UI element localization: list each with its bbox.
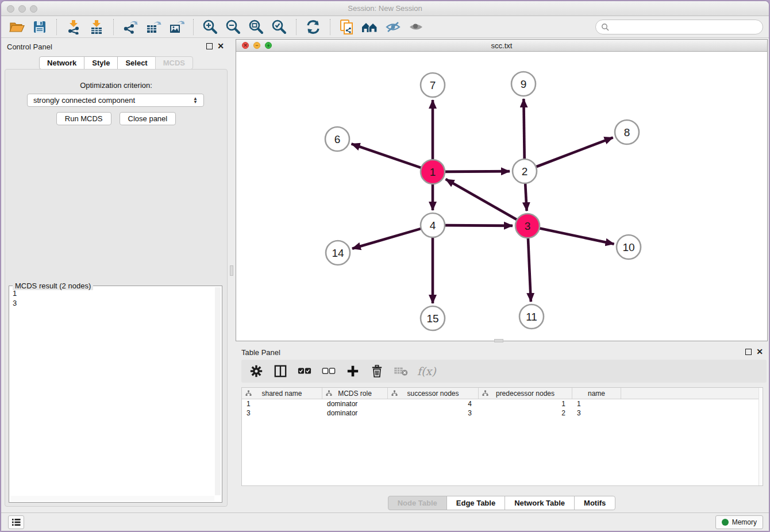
first-neighbors-button[interactable] <box>360 18 380 36</box>
network-canvas[interactable]: 7968124314101511 <box>236 52 767 341</box>
graph-node-label: 3 <box>525 220 531 232</box>
column-header[interactable]: shared name <box>242 388 322 399</box>
table-toolbar: f(x) <box>241 360 767 383</box>
table-cell[interactable]: 1 <box>479 399 572 408</box>
table-cell[interactable]: 2 <box>479 408 572 418</box>
tab-network[interactable]: Network <box>39 56 84 70</box>
table-settings-button[interactable] <box>248 363 264 379</box>
column-header[interactable]: predecessor nodes <box>479 388 572 399</box>
result-horizontal-scrollbar[interactable] <box>10 496 214 501</box>
network-window-titlebar[interactable]: ✕ − ＋ scc.txt <box>236 40 767 52</box>
close-panel-icon[interactable]: ✕ <box>217 41 224 51</box>
save-session-button[interactable] <box>30 18 49 36</box>
search-box[interactable] <box>595 20 763 34</box>
zoom-out-button[interactable] <box>224 18 243 36</box>
add-column-button[interactable] <box>345 363 361 379</box>
duplicate-network-button[interactable] <box>337 18 357 36</box>
graph-edge-4-3[interactable] <box>445 225 513 226</box>
zoom-selected-button[interactable] <box>270 18 289 36</box>
graph-node-label: 7 <box>430 79 436 91</box>
tab-network-table[interactable]: Network Table <box>505 496 575 510</box>
tab-motifs[interactable]: Motifs <box>574 496 615 510</box>
float-table-panel-icon[interactable] <box>745 349 752 355</box>
refresh-layout-button[interactable] <box>303 18 323 36</box>
graph-edge-4-14[interactable] <box>352 229 421 249</box>
gear-icon <box>250 365 263 377</box>
horizontal-splitter-grip[interactable] <box>494 339 503 342</box>
graph-edge-3-10[interactable] <box>540 228 614 244</box>
tab-node-table[interactable]: Node Table <box>388 496 447 510</box>
graph-edge-2-8[interactable] <box>536 137 613 167</box>
tab-style[interactable]: Style <box>84 56 118 70</box>
table-cell[interactable]: 3 <box>572 408 621 418</box>
zoom-fit-button[interactable] <box>247 18 266 36</box>
table-row[interactable]: 1dominator411 <box>242 399 763 408</box>
zoom-in-button[interactable] <box>201 18 220 36</box>
close-table-panel-icon[interactable]: ✕ <box>756 347 763 356</box>
task-history-button[interactable] <box>8 515 24 529</box>
search-input[interactable] <box>612 22 757 31</box>
graph-edge-1-6[interactable] <box>352 144 422 168</box>
hide-selected-button[interactable] <box>383 18 403 36</box>
import-table-button[interactable] <box>87 18 106 36</box>
graph-edge-3-1[interactable] <box>446 179 517 220</box>
mcds-panel: Optimization criterion: strongly connect… <box>5 69 228 507</box>
table-cell[interactable]: dominator <box>322 408 388 418</box>
table-cell[interactable]: 1 <box>572 399 621 408</box>
select-all-rows-button[interactable] <box>297 363 313 379</box>
table-vertical-scrollbar[interactable] <box>759 388 763 485</box>
tab-mcds[interactable]: MCDS <box>155 56 193 70</box>
show-all-button[interactable] <box>406 18 426 36</box>
criterion-dropdown[interactable]: strongly connected component ▲▼ <box>27 94 204 107</box>
export-table-button[interactable] <box>144 18 163 36</box>
graph-node-label: 1 <box>430 166 436 178</box>
toggle-columns-button[interactable] <box>272 363 288 379</box>
table-cell[interactable]: 3 <box>242 408 322 418</box>
graph-node-label: 9 <box>521 78 527 90</box>
open-session-button[interactable] <box>7 18 26 36</box>
graph-edge-2-9[interactable] <box>523 99 524 159</box>
graph-node-label: 4 <box>430 219 436 232</box>
table-cell[interactable]: 1 <box>242 399 322 408</box>
result-vertical-scrollbar[interactable] <box>215 287 221 495</box>
export-image-button[interactable] <box>167 18 186 36</box>
graph-node-label: 14 <box>332 247 344 259</box>
eye-icon <box>408 20 424 34</box>
graph-edge-3-11[interactable] <box>528 238 531 302</box>
vertical-splitter-grip[interactable] <box>230 265 233 276</box>
float-panel-icon[interactable] <box>206 43 213 49</box>
deselect-all-rows-button[interactable] <box>321 363 337 379</box>
delete-table-icon <box>394 366 409 376</box>
graph-node-label: 15 <box>426 313 438 325</box>
mcds-result-lines: 1 3 <box>10 287 214 495</box>
table-panel-title: Table Panel <box>241 348 280 357</box>
export-network-button[interactable] <box>121 18 140 36</box>
function-icon: f(x) <box>417 365 436 377</box>
graph-edge-1-2[interactable] <box>445 171 510 172</box>
graph-node-label: 8 <box>624 126 630 138</box>
trash-icon <box>371 365 383 377</box>
import-network-button[interactable] <box>64 18 83 36</box>
table-cell[interactable]: dominator <box>322 399 388 408</box>
tab-edge-table[interactable]: Edge Table <box>446 496 505 510</box>
column-header[interactable]: successor nodes <box>388 388 479 399</box>
toolbar-separator <box>330 19 330 35</box>
function-builder-button[interactable]: f(x) <box>417 363 436 379</box>
window-title: Session: New Session <box>1 4 769 13</box>
plus-icon <box>346 365 359 377</box>
table-cell[interactable]: 3 <box>388 408 479 418</box>
graph-edge-2-3[interactable] <box>525 183 527 211</box>
column-header[interactable]: MCDS role <box>322 388 388 399</box>
column-header[interactable]: name <box>572 388 621 399</box>
table-header-row: shared nameMCDS rolesuccessor nodesprede… <box>242 388 763 399</box>
memory-button[interactable]: Memory <box>715 515 763 529</box>
delete-table-button[interactable] <box>393 363 409 379</box>
table-row[interactable]: 3dominator323 <box>242 408 763 418</box>
column-sort-icon <box>391 390 398 396</box>
delete-column-button[interactable] <box>369 363 385 379</box>
run-mcds-button[interactable]: Run MCDS <box>56 112 111 125</box>
tab-select[interactable]: Select <box>117 56 155 70</box>
table-cell[interactable]: 4 <box>388 399 479 408</box>
export-table-icon <box>145 20 161 34</box>
close-panel-button[interactable]: Close panel <box>120 112 176 125</box>
